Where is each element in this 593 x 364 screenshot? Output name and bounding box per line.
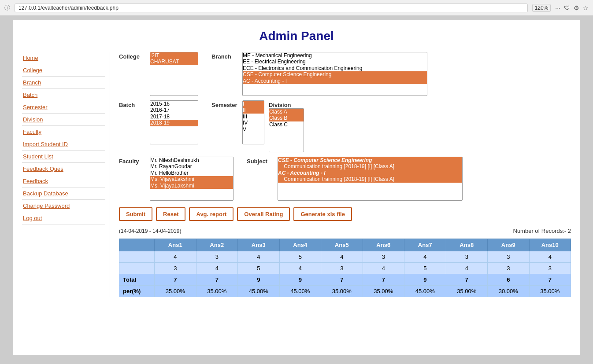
pct-ans5: 35.00%: [321, 286, 363, 297]
cell-ans9-r2: 3: [488, 263, 530, 274]
overall-rating-button[interactable]: Overall Rating: [237, 207, 290, 221]
browser-actions: ··· 🛡 ⚙ ☆: [555, 4, 589, 11]
settings-icon[interactable]: ⚙: [574, 4, 579, 11]
sidebar-item-change-password[interactable]: Change Password: [22, 200, 105, 212]
pct-ans2: 35.00%: [196, 286, 238, 297]
cell-ans3-r1: 4: [238, 251, 280, 263]
sidebar-item-import-student-id[interactable]: Import Student ID: [22, 138, 105, 151]
semester-division-group: Semester I II III IV V Division Cla: [211, 100, 304, 152]
sidebar-item-home[interactable]: Home: [22, 52, 105, 64]
col-header-ans10: Ans10: [529, 239, 571, 251]
total-ans7: 9: [404, 274, 446, 286]
url-bar[interactable]: 127.0.0.1/evalteacher/admin/feedback.php: [15, 4, 528, 12]
row-label: [119, 263, 155, 274]
sidebar-item-backup-database[interactable]: Backup Database: [22, 188, 105, 200]
cell-ans10-r1: 4: [529, 251, 571, 263]
total-ans2: 7: [196, 274, 238, 286]
pct-ans3: 45.00%: [238, 286, 280, 297]
main-container: Admin Panel Home College Branch Batch Se…: [13, 20, 580, 355]
semester-label: Semester: [211, 100, 238, 108]
percent-label: per(%): [119, 286, 155, 297]
main-content: College I2IT CHARUSAT Branch ME - Mechan…: [110, 52, 571, 297]
cell-ans9-r1: 3: [488, 251, 530, 263]
subject-label: Subject: [247, 157, 273, 165]
url-text: 127.0.0.1/evalteacher/admin/feedback.php: [19, 5, 119, 11]
cell-ans3-r2: 5: [238, 263, 280, 274]
semester-select[interactable]: I II III IV V: [242, 100, 264, 144]
cell-ans7-r1: 4: [404, 251, 446, 263]
col-header-ans4: Ans4: [279, 239, 321, 251]
total-ans10: 7: [529, 274, 571, 286]
sidebar: Home College Branch Batch Semester Divis…: [22, 52, 110, 297]
division-label: Division: [269, 100, 295, 108]
sidebar-item-logout[interactable]: Log out: [22, 212, 105, 224]
col-header-ans6: Ans6: [363, 239, 404, 251]
cell-ans4-r1: 5: [279, 251, 321, 263]
cell-ans7-r2: 5: [404, 263, 446, 274]
cell-ans1-r2: 3: [155, 263, 196, 274]
sidebar-item-division[interactable]: Division: [22, 114, 105, 126]
generate-xls-button[interactable]: Generate xls file: [293, 207, 352, 221]
star-icon[interactable]: ☆: [583, 4, 589, 11]
pct-ans7: 45.00%: [404, 286, 446, 297]
zoom-level: 120%: [532, 4, 551, 12]
cell-ans5-r2: 3: [321, 263, 363, 274]
menu-icon[interactable]: ···: [555, 4, 560, 11]
col-header-ans3: Ans3: [238, 239, 280, 251]
shield-icon: 🛡: [564, 4, 570, 11]
sidebar-item-batch[interactable]: Batch: [22, 89, 105, 101]
results-table: Ans1 Ans2 Ans3 Ans4 Ans5 Ans6 Ans7 Ans8 …: [119, 239, 571, 297]
content-area: Home College Branch Batch Semester Divis…: [22, 52, 571, 297]
sem-div-container: I II III IV V Division Class A Class B C…: [242, 100, 304, 152]
sidebar-item-branch[interactable]: Branch: [22, 77, 105, 89]
total-ans5: 7: [321, 274, 363, 286]
submit-button[interactable]: Submit: [119, 207, 152, 221]
sidebar-item-faculty[interactable]: Faculty: [22, 126, 105, 138]
sidebar-item-college[interactable]: College: [22, 64, 105, 77]
batch-label: Batch: [119, 100, 145, 108]
total-ans4: 9: [279, 274, 321, 286]
division-select[interactable]: Class A Class B Class C: [269, 108, 304, 152]
col-header-ans7: Ans7: [404, 239, 446, 251]
row-label: [119, 251, 155, 263]
avg-report-button[interactable]: Avg. report: [189, 207, 233, 221]
page-title: Admin Panel: [22, 29, 571, 43]
subject-group: Subject CSE - Computer Science Engineeri…: [247, 157, 463, 201]
sidebar-item-semester[interactable]: Semester: [22, 101, 105, 114]
sidebar-item-feedback[interactable]: Feedback: [22, 175, 105, 188]
college-label: College: [119, 52, 145, 60]
table-row: 3 4 5 4 3 4 5 4 3 3: [119, 263, 571, 274]
table-row: 4 3 4 5 4 3 4 3 3 4: [119, 251, 571, 263]
records-count: Number of Records:- 2: [513, 228, 571, 234]
form-row-1: College I2IT CHARUSAT Branch ME - Mechan…: [119, 52, 571, 96]
branch-group: Branch ME - Mechanical Engineering EE - …: [211, 52, 427, 96]
pct-ans4: 45.00%: [279, 286, 321, 297]
col-header-label: [119, 239, 155, 251]
faculty-select[interactable]: Mr. NileshDeshmukh Mr. RayanGoudar Mr. H…: [150, 157, 233, 201]
college-select[interactable]: I2IT CHARUSAT: [150, 52, 198, 96]
cell-ans6-r2: 4: [363, 263, 404, 274]
batch-select[interactable]: 2015-16 2016-17 2017-18 2018-19: [150, 100, 198, 144]
buttons-row: Submit Reset Avg. report Overall Rating …: [119, 207, 571, 221]
pct-ans6: 35.00%: [363, 286, 404, 297]
pct-ans8: 35.00%: [446, 286, 488, 297]
total-ans3: 9: [238, 274, 280, 286]
cell-ans5-r1: 4: [321, 251, 363, 263]
form-row-3: Faculty Mr. NileshDeshmukh Mr. RayanGoud…: [119, 157, 571, 201]
col-header-ans8: Ans8: [446, 239, 488, 251]
sidebar-item-feedback-ques[interactable]: Feedback Ques: [22, 163, 105, 175]
branch-select[interactable]: ME - Mechanical Engineering EE - Electri…: [242, 52, 427, 96]
cell-ans2-r2: 4: [196, 263, 238, 274]
faculty-label: Faculty: [119, 157, 145, 165]
total-ans6: 7: [363, 274, 404, 286]
subject-select[interactable]: CSE - Computer Science Engineering Commu…: [278, 157, 463, 201]
col-header-ans1: Ans1: [155, 239, 196, 251]
reset-button[interactable]: Reset: [156, 207, 185, 221]
pct-ans9: 30.00%: [488, 286, 530, 297]
info-icon: ⓘ: [4, 4, 10, 12]
sidebar-item-student-list[interactable]: Student List: [22, 151, 105, 163]
total-label: Total: [119, 274, 155, 286]
cell-ans2-r1: 3: [196, 251, 238, 263]
branch-label: Branch: [211, 52, 238, 60]
cell-ans8-r2: 4: [446, 263, 488, 274]
